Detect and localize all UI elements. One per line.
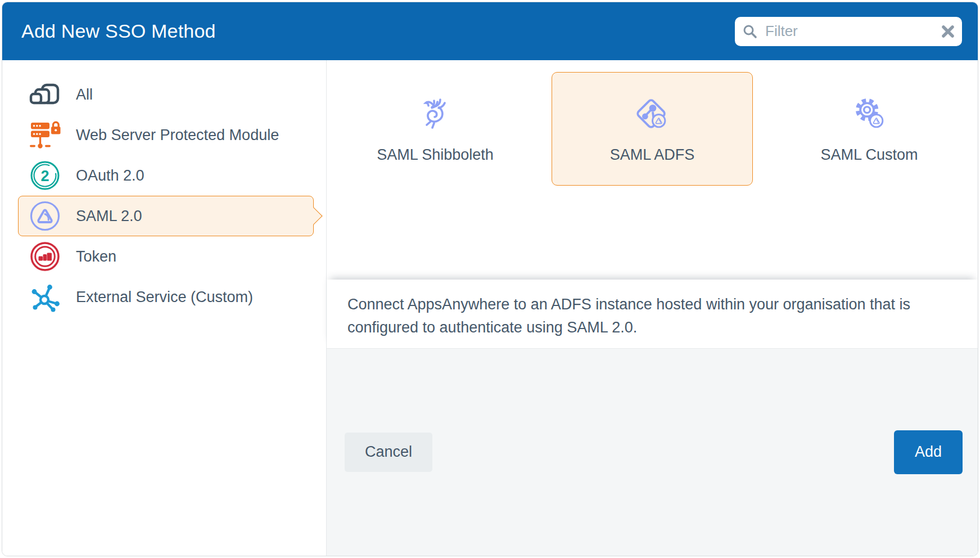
sidebar-item-label: Web Server Protected Module bbox=[76, 127, 279, 144]
adfs-icon bbox=[631, 94, 673, 135]
add-sso-method-dialog: Add New SSO Method bbox=[2, 2, 978, 556]
method-description: Connect AppsAnywhere to an ADFS instance… bbox=[327, 280, 978, 348]
sidebar-item-saml[interactable]: SAML 2.0 bbox=[18, 196, 314, 236]
sidebar-item-web-server-protected-module[interactable]: Web Server Protected Module bbox=[18, 115, 314, 155]
cancel-button[interactable]: Cancel bbox=[345, 433, 432, 472]
clear-icon[interactable] bbox=[941, 25, 955, 38]
method-card-saml-shibboleth[interactable]: SAML Shibboleth bbox=[335, 72, 536, 186]
method-cards: SAML Shibboleth bbox=[327, 60, 978, 280]
sidebar-item-all[interactable]: All bbox=[18, 74, 314, 115]
sidebar-item-label: SAML 2.0 bbox=[76, 208, 142, 225]
oauth-icon: 2 bbox=[29, 159, 61, 192]
search-icon bbox=[742, 24, 758, 39]
method-card-label: SAML Shibboleth bbox=[377, 146, 494, 164]
method-card-label: SAML ADFS bbox=[610, 146, 695, 164]
filter-input[interactable] bbox=[735, 17, 962, 46]
svg-text:2: 2 bbox=[40, 168, 49, 184]
sidebar-item-external-service[interactable]: External Service (Custom) bbox=[18, 277, 314, 317]
category-sidebar: All bbox=[2, 60, 327, 556]
sidebar-item-token[interactable]: Token bbox=[18, 236, 314, 277]
dialog-header: Add New SSO Method bbox=[2, 2, 978, 60]
web-server-protected-module-icon bbox=[29, 119, 61, 151]
dialog-title: Add New SSO Method bbox=[21, 20, 216, 42]
all-categories-icon bbox=[29, 78, 61, 111]
method-card-label: SAML Custom bbox=[820, 146, 918, 164]
method-card-saml-custom[interactable]: SAML Custom bbox=[769, 72, 970, 186]
token-icon bbox=[29, 240, 61, 273]
sidebar-item-label: OAuth 2.0 bbox=[76, 167, 144, 184]
sidebar-item-oauth[interactable]: 2 OAuth 2.0 bbox=[18, 155, 314, 196]
method-panel: SAML Shibboleth bbox=[327, 60, 978, 556]
dialog-body: All bbox=[2, 60, 978, 556]
sidebar-item-label: All bbox=[76, 86, 93, 104]
filter-box bbox=[735, 17, 962, 46]
add-button[interactable]: Add bbox=[894, 430, 963, 474]
sidebar-item-label: Token bbox=[76, 248, 116, 266]
dialog-footer: Cancel Add bbox=[327, 348, 978, 556]
sidebar-item-label: External Service (Custom) bbox=[76, 289, 253, 306]
saml-custom-gear-icon bbox=[848, 94, 890, 135]
shibboleth-icon bbox=[416, 94, 455, 135]
saml-icon bbox=[29, 200, 61, 232]
method-card-saml-adfs[interactable]: SAML ADFS bbox=[552, 72, 753, 186]
external-service-icon bbox=[29, 281, 61, 313]
